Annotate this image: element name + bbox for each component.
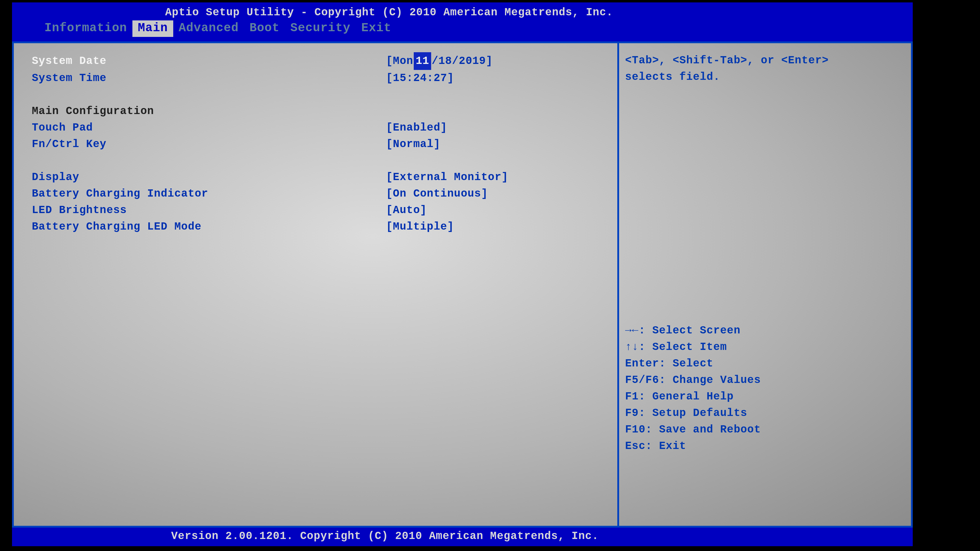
help-context: <Tab>, <Shift-Tab>, or <Enter> selects f… [625, 52, 905, 85]
system-date-label: System Date [32, 53, 386, 69]
touchpad-row[interactable]: Touch Pad [Enabled] [32, 119, 611, 136]
tab-bar: Information Main Advanced Boot Security … [12, 21, 913, 37]
date-month-field[interactable]: 11 [414, 52, 431, 70]
led-bright-label: LED Brightness [32, 202, 386, 219]
help-key-item: ↑↓: Select Item [625, 339, 905, 355]
display-row[interactable]: Display [External Monitor] [32, 169, 611, 186]
system-time-value[interactable]: [15:24:27] [386, 70, 611, 86]
help-key-save: F10: Save and Reboot [625, 421, 905, 438]
led-bright-row[interactable]: LED Brightness [Auto] [32, 202, 611, 219]
content-frame: System Date [Mon 11 /18/2019] System Tim… [12, 41, 913, 527]
footer-bar: Version 2.00.1201. Copyright (C) 2010 Am… [12, 527, 913, 546]
main-config-title: Main Configuration [32, 103, 386, 119]
system-date-value[interactable]: [Mon 11 /18/2019] [386, 52, 611, 70]
touchpad-value[interactable]: [Enabled] [386, 119, 611, 136]
header-bar: Aptio Setup Utility - Copyright (C) 2010… [12, 2, 913, 41]
system-date-row[interactable]: System Date [Mon 11 /18/2019] [32, 52, 611, 70]
display-label: Display [32, 169, 386, 186]
date-prefix: [Mon [386, 53, 413, 69]
fnctrl-row[interactable]: Fn/Ctrl Key [Normal] [32, 136, 611, 152]
led-bright-value[interactable]: [Auto] [386, 202, 611, 219]
bios-title: Aptio Setup Utility - Copyright (C) 2010… [12, 2, 913, 21]
help-key-exit: Esc: Exit [625, 438, 905, 454]
batt-ind-value[interactable]: [On Continuous] [386, 186, 611, 202]
batt-ind-row[interactable]: Battery Charging Indicator [On Continuou… [32, 186, 611, 202]
help-line1: <Tab>, <Shift-Tab>, or <Enter> [625, 52, 905, 69]
system-time-label: System Time [32, 70, 386, 86]
batt-led-mode-value[interactable]: [Multiple] [386, 219, 611, 235]
help-keys: →←: Select Screen ↑↓: Select Item Enter:… [625, 322, 905, 454]
date-suffix: /18/2019] [432, 53, 493, 69]
display-value[interactable]: [External Monitor] [386, 169, 611, 186]
help-key-select: Enter: Select [625, 355, 905, 372]
help-key-defaults: F9: Setup Defaults [625, 405, 905, 421]
tab-main[interactable]: Main [132, 21, 173, 37]
fnctrl-value[interactable]: [Normal] [386, 136, 611, 152]
bios-screen: Aptio Setup Utility - Copyright (C) 2010… [12, 2, 913, 549]
batt-ind-label: Battery Charging Indicator [32, 186, 386, 202]
tab-information[interactable]: Information [39, 21, 132, 37]
section-header-row: Main Configuration [32, 103, 611, 119]
tab-security[interactable]: Security [285, 21, 356, 37]
touchpad-label: Touch Pad [32, 119, 386, 136]
help-panel: <Tab>, <Shift-Tab>, or <Enter> selects f… [617, 43, 911, 526]
batt-led-mode-label: Battery Charging LED Mode [32, 219, 386, 235]
help-line2: selects field. [625, 69, 905, 85]
tab-boot[interactable]: Boot [244, 21, 285, 37]
main-panel: System Date [Mon 11 /18/2019] System Tim… [14, 43, 617, 526]
fnctrl-label: Fn/Ctrl Key [32, 136, 386, 152]
tab-advanced[interactable]: Advanced [173, 21, 244, 37]
system-time-row[interactable]: System Time [15:24:27] [32, 70, 611, 86]
help-key-screen: →←: Select Screen [625, 322, 905, 339]
help-key-general: F1: General Help [625, 388, 905, 405]
tab-exit[interactable]: Exit [356, 21, 397, 37]
help-key-change: F5/F6: Change Values [625, 372, 905, 388]
batt-led-mode-row[interactable]: Battery Charging LED Mode [Multiple] [32, 219, 611, 235]
